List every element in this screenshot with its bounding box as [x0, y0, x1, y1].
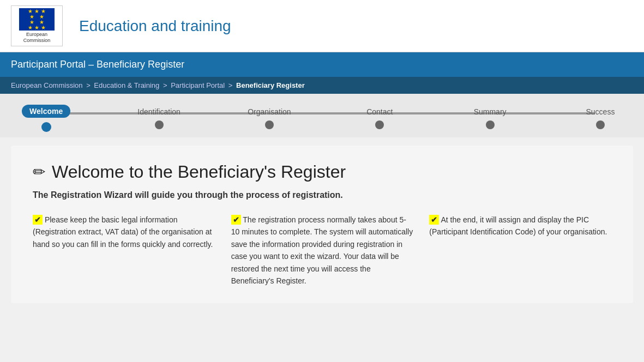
- page-title-text: Welcome to the Beneficiary's Register: [52, 162, 346, 182]
- info-box-2-prefix: ✔: [429, 215, 439, 225]
- portal-title-bar: Participant Portal – Beneficiary Registe…: [0, 52, 644, 77]
- breadcrumb-item-0[interactable]: European Commission: [11, 81, 85, 89]
- info-box-0-text: Please keep the basic legal information …: [33, 215, 213, 249]
- wizard-step-summary-dot: [486, 120, 495, 129]
- info-row: ✔ Please keep the basic legal informatio…: [33, 214, 611, 287]
- wizard-step-welcome[interactable]: Welcome: [22, 105, 70, 132]
- wizard-bar: Welcome Identification Organisation Cont…: [0, 94, 644, 137]
- info-box-2-text: At the end, it will assign and display t…: [429, 215, 607, 236]
- breadcrumb-item-2[interactable]: Participant Portal: [171, 81, 227, 89]
- wizard-step-organisation-label: Organisation: [248, 107, 291, 116]
- breadcrumb-sep-1: >: [163, 81, 167, 89]
- wizard-step-identification-dot: [155, 120, 164, 129]
- breadcrumb-item-3: Beneficiary Register: [236, 81, 305, 89]
- wizard-step-welcome-dot: [41, 122, 51, 132]
- wizard-step-organisation[interactable]: Organisation: [248, 107, 291, 129]
- wizard-step-identification[interactable]: Identification: [137, 107, 181, 129]
- breadcrumb-sep-0: >: [86, 81, 91, 89]
- breadcrumb-bar: European Commission > Education & Traini…: [0, 77, 644, 94]
- portal-title: Participant Portal – Beneficiary Registe…: [11, 59, 184, 70]
- logo-area: ★ ★ ★★ ★★ ★★ ★ ★ European Commission: [11, 5, 63, 46]
- eu-commission-label: European Commission: [23, 32, 51, 44]
- wizard-step-success[interactable]: Success: [579, 107, 622, 129]
- wizard-step-contact-label: Contact: [366, 107, 393, 116]
- info-box-1-prefix: ✔: [231, 215, 241, 225]
- eu-flag: ★ ★ ★★ ★★ ★★ ★ ★: [19, 8, 55, 31]
- header: ★ ★ ★★ ★★ ★★ ★ ★ European Commission Edu…: [0, 0, 644, 52]
- info-box-0-prefix: ✔: [33, 215, 43, 225]
- wizard-step-welcome-label: Welcome: [22, 105, 70, 118]
- wizard-step-success-label: Success: [586, 107, 615, 116]
- eu-stars-icon: ★ ★ ★★ ★★ ★★ ★ ★: [28, 9, 46, 31]
- info-box-1: ✔ The registration process normally take…: [231, 214, 413, 287]
- info-box-0: ✔ Please keep the basic legal informatio…: [33, 214, 215, 287]
- wizard-step-contact-dot: [375, 120, 384, 129]
- wizard-line: [49, 112, 595, 114]
- wizard-step-identification-label: Identification: [137, 107, 180, 116]
- wizard-step-summary[interactable]: Summary: [468, 107, 512, 129]
- info-box-1-text: The registration process normally takes …: [231, 215, 413, 285]
- eu-logo: ★ ★ ★★ ★★ ★★ ★ ★ European Commission: [11, 5, 63, 46]
- breadcrumb-item-1[interactable]: Education & Training: [94, 81, 161, 89]
- wizard-step-success-dot: [596, 120, 605, 129]
- site-title: Education and training: [79, 17, 231, 35]
- breadcrumb-sep-2: >: [228, 81, 233, 89]
- wizard-step-summary-label: Summary: [474, 107, 507, 116]
- wizard-step-organisation-dot: [265, 120, 274, 129]
- pencil-icon: ✏: [33, 163, 45, 181]
- main-content: ✏ Welcome to the Beneficiary's Register …: [11, 146, 633, 303]
- page-title: ✏ Welcome to the Beneficiary's Register: [33, 162, 611, 182]
- wizard-steps: Welcome Identification Organisation Cont…: [22, 105, 622, 132]
- subtitle: The Registration Wizard will guide you t…: [33, 190, 611, 200]
- wizard-step-contact[interactable]: Contact: [358, 107, 401, 129]
- info-box-2: ✔ At the end, it will assign and display…: [429, 214, 611, 287]
